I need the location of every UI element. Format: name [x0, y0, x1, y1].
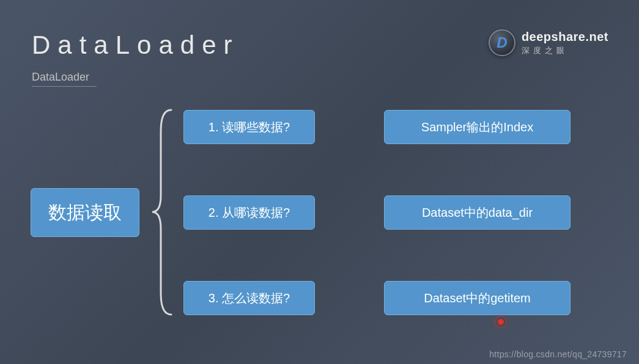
- slide-header: DataLoader DataLoader: [32, 31, 240, 87]
- slide-title: DataLoader: [32, 31, 240, 60]
- logo-icon: D: [489, 29, 515, 56]
- brand-logo: D deepshare.net 深度之眼: [489, 29, 608, 56]
- answer-box-2: Dataset中的data_dir: [384, 195, 571, 230]
- question-box-3: 3. 怎么读数据?: [183, 281, 315, 315]
- answer-box-3: Dataset中的getitem: [384, 281, 571, 315]
- diagram: 数据读取 1. 读哪些数据? Sampler输出的Index 2. 从哪读数据?…: [31, 110, 608, 340]
- brace-icon: [150, 107, 174, 318]
- answer-box-1: Sampler输出的Index: [384, 110, 571, 144]
- slide-subtitle: DataLoader: [32, 71, 97, 87]
- question-box-2: 2. 从哪读数据?: [183, 195, 315, 230]
- laser-pointer-icon: [497, 318, 505, 326]
- watermark: https://blog.csdn.net/qq_24739717: [489, 349, 627, 359]
- root-node: 数据读取: [31, 188, 139, 237]
- logo-letter: D: [497, 34, 507, 51]
- logo-tagline: 深度之眼: [522, 45, 608, 56]
- logo-brand: deepshare.net: [522, 30, 608, 44]
- question-box-1: 1. 读哪些数据?: [183, 110, 315, 144]
